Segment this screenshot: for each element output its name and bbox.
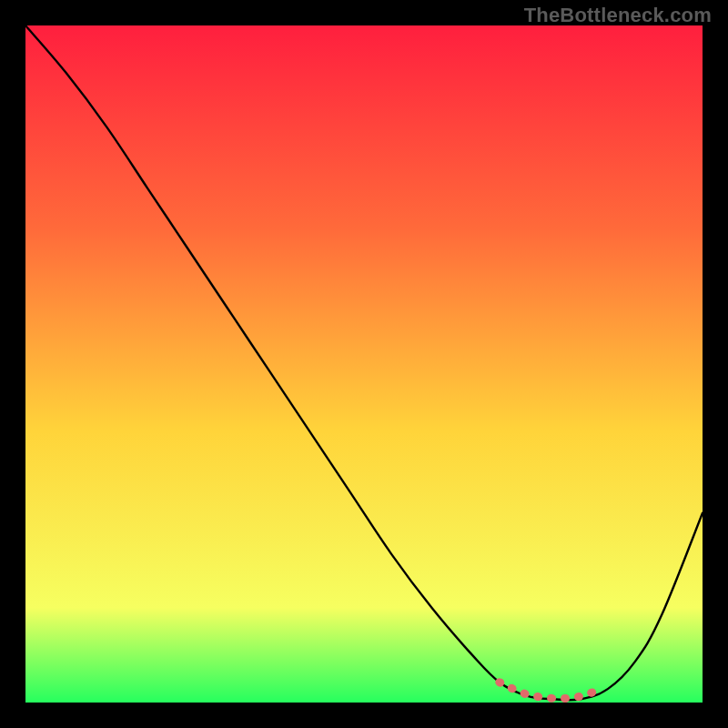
- chart-svg: [25, 25, 703, 703]
- chart-stage: TheBottleneck.com: [0, 0, 728, 728]
- watermark-text: TheBottleneck.com: [524, 4, 712, 27]
- plot-area: [25, 25, 703, 703]
- gradient-background: [25, 25, 703, 703]
